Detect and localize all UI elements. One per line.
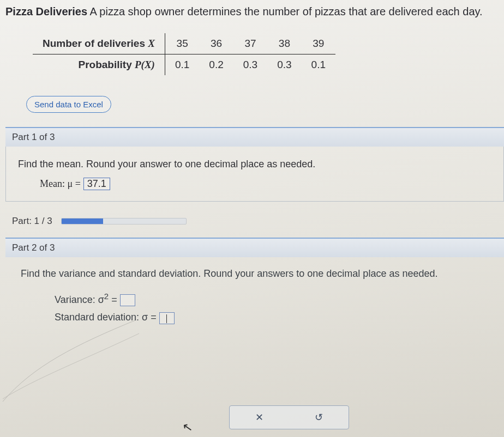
progress-label: Part: 1 / 3 — [12, 216, 52, 227]
distribution-table: Number of deliveries X 35 36 37 38 39 Pr… — [33, 33, 335, 75]
variance-label: Variance: σ2 = — [55, 294, 120, 305]
problem-title: Pizza Deliveries A pizza shop owner dete… — [5, 5, 504, 18]
p-val-1: 0.2 — [199, 54, 233, 76]
row-x-label: Number of deliveries X — [33, 33, 165, 54]
reset-button[interactable]: ↺ — [309, 409, 328, 426]
mean-line: Mean: μ = 37.1 — [40, 178, 495, 190]
x-val-4: 39 — [302, 33, 335, 54]
part1-header: Part 1 of 3 — [5, 127, 504, 147]
variance-line: Variance: σ2 = — [55, 292, 495, 306]
title-bold: Pizza Deliveries — [5, 5, 87, 17]
x-val-2: 37 — [233, 33, 267, 54]
row-p-label: Probability P(X) — [33, 54, 165, 76]
progress-bar — [61, 218, 187, 224]
p-val-4: 0.1 — [302, 54, 335, 76]
sd-line: Standard deviation: σ = — [55, 312, 495, 324]
send-to-excel-button[interactable]: Send data to Excel — [26, 96, 111, 113]
progress-row: Part: 1 / 3 — [12, 216, 504, 227]
part2-header: Part 2 of 3 — [5, 238, 504, 257]
cursor-icon: ↖ — [182, 420, 194, 436]
x-val-0: 35 — [165, 33, 199, 54]
sd-input[interactable] — [159, 312, 175, 324]
mean-answer-box[interactable]: 37.1 — [83, 178, 110, 190]
sd-label: Standard deviation: σ = — [55, 312, 157, 323]
title-rest: A pizza shop owner determines the number… — [87, 5, 483, 17]
x-val-3: 38 — [267, 33, 301, 54]
part1-prompt: Find the mean. Round your answer to one … — [18, 159, 495, 170]
part2-body: Find the variance and standard deviation… — [5, 257, 504, 339]
p-val-0: 0.1 — [165, 54, 199, 76]
answer-action-panel: ✕ ↺ — [229, 405, 349, 429]
p-val-3: 0.3 — [267, 54, 301, 76]
part2-prompt: Find the variance and standard deviation… — [21, 268, 495, 280]
mean-label: Mean: μ = — [40, 178, 81, 189]
p-val-2: 0.3 — [233, 54, 267, 76]
clear-button[interactable]: ✕ — [250, 409, 269, 426]
progress-fill — [62, 218, 103, 224]
part1-body: Find the mean. Round your answer to one … — [5, 147, 504, 202]
variance-input[interactable] — [120, 294, 135, 306]
x-val-1: 36 — [199, 33, 233, 54]
